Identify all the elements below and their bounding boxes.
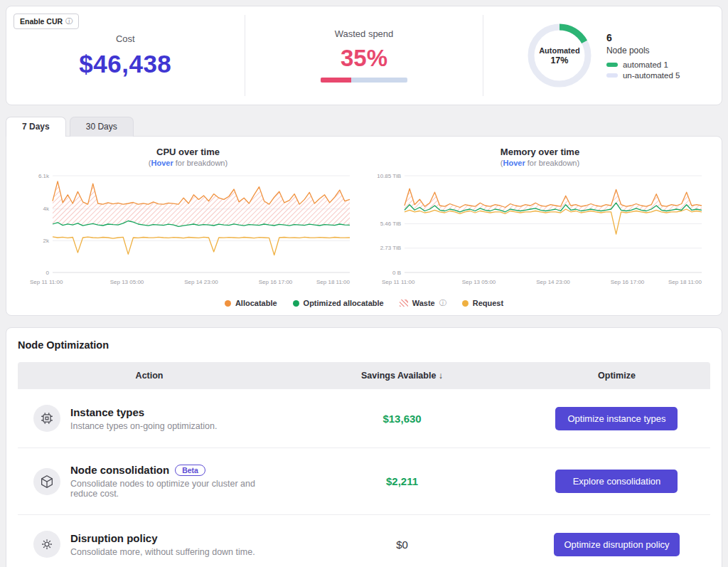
donut-percent: 17% [550, 55, 568, 65]
automation-stat: Automated 17% 6 Node pools automated 1 u… [483, 6, 722, 105]
tab-7-days[interactable]: 7 Days [6, 117, 66, 137]
waste-hatch-swatch [400, 300, 408, 307]
info-icon: ⓘ [65, 16, 73, 26]
chart-legend: Allocatable Optimized allocatable Waste … [12, 298, 716, 308]
chip-icon [33, 405, 60, 432]
svg-text:Sep 18 11:00: Sep 18 11:00 [316, 279, 350, 285]
memory-line-chart[interactable]: 10.85 TiB5.46 TiB2.73 TiB0 BSep 11 11:00… [372, 170, 709, 292]
table-row-disruption-policy: Disruption policy Consolidate more, with… [18, 515, 710, 567]
legend-request: Request [462, 299, 503, 307]
time-range-tabs: 7 Days 30 Days [6, 117, 722, 137]
row-title: Node consolidation [70, 464, 169, 476]
row-title: Disruption policy [70, 532, 158, 544]
svg-text:4k: 4k [43, 206, 49, 212]
savings-value: $2,211 [386, 475, 418, 487]
row-description: Consolidate more, without suffering down… [70, 547, 255, 557]
donut-label: Automated [539, 46, 579, 55]
charts-card: CPU over time (Hover for breakdown) 6.1k… [6, 136, 722, 316]
svg-text:Sep 11 11:00: Sep 11 11:00 [382, 279, 415, 285]
svg-text:5.46 TiB: 5.46 TiB [380, 221, 400, 227]
cost-value: $46,438 [79, 50, 171, 78]
optimize-instance-types-button[interactable]: Optimize instance types [555, 407, 678, 430]
summary-card: Enable CUR ⓘ Cost $46,438 Wasted spend 3… [6, 6, 722, 105]
svg-text:Sep 13 05:00: Sep 13 05:00 [461, 279, 496, 285]
row-title: Instance types [70, 406, 144, 418]
row-description: Instance types on-going optimization. [70, 421, 217, 431]
beta-badge: Beta [175, 465, 205, 476]
optimize-disruption-policy-button[interactable]: Optimize disruption policy [554, 533, 679, 556]
legend-item-unautomated: un-automated 5 [606, 71, 680, 80]
hover-link[interactable]: Hover [503, 159, 525, 167]
automated-swatch [606, 63, 618, 67]
node-optimization-card: Node Optimization Action Savings Availab… [6, 327, 722, 567]
enable-cur-button[interactable]: Enable CUR ⓘ [14, 14, 79, 29]
cpu-chart-subtitle: (Hover for breakdown) [149, 159, 228, 167]
node-pools-info: 6 Node pools automated 1 un-automated 5 [606, 32, 680, 80]
cube-icon [33, 468, 60, 495]
cpu-chart-title: CPU over time [156, 147, 220, 157]
optimized-allocatable-dot [293, 300, 299, 307]
node-pools-count: 6 [606, 32, 680, 43]
automation-donut-chart: Automated 17% [525, 21, 594, 90]
legend-allocatable: Allocatable [225, 299, 277, 307]
automated-label: automated 1 [623, 60, 668, 69]
svg-text:Sep 11 11:00: Sep 11 11:00 [30, 279, 63, 285]
table-header: Action Savings Available ↓ Optimize [18, 362, 710, 389]
cpu-line-chart[interactable]: 6.1k4k2k0Sep 11 11:00Sep 13 05:00Sep 14 … [20, 170, 357, 292]
cpu-chart-block: CPU over time (Hover for breakdown) 6.1k… [12, 147, 364, 292]
column-optimize: Optimize [523, 362, 710, 389]
legend-item-automated: automated 1 [606, 60, 680, 69]
node-pools-label: Node pools [606, 46, 680, 55]
info-icon[interactable]: ⓘ [439, 298, 446, 308]
tab-30-days[interactable]: 30 Days [70, 117, 134, 137]
wasted-spend-bar [321, 78, 407, 83]
svg-text:Sep 14 23:00: Sep 14 23:00 [536, 279, 570, 285]
section-title: Node Optimization [18, 339, 710, 351]
allocatable-dot [225, 300, 231, 307]
request-dot [462, 300, 469, 307]
charts-section: 7 Days 30 Days CPU over time (Hover for … [6, 117, 722, 316]
svg-text:2k: 2k [43, 238, 49, 244]
memory-chart-subtitle: (Hover for breakdown) [500, 159, 579, 167]
memory-chart-title: Memory over time [500, 147, 579, 157]
donut-center: Automated 17% [525, 21, 594, 90]
enable-cur-label: Enable CUR [20, 17, 63, 26]
svg-text:2.73 TiB: 2.73 TiB [380, 245, 400, 251]
wasted-spend-fill [321, 78, 351, 83]
column-action: Action [18, 362, 281, 389]
svg-text:0: 0 [46, 270, 49, 276]
svg-text:Sep 16 17:00: Sep 16 17:00 [258, 279, 292, 285]
cost-dashboard: Enable CUR ⓘ Cost $46,438 Wasted spend 3… [0, 0, 728, 567]
unautomated-swatch [606, 73, 618, 78]
svg-text:Sep 14 23:00: Sep 14 23:00 [184, 279, 218, 285]
legend-optimized-allocatable: Optimized allocatable [293, 299, 384, 307]
wasted-spend-label: Wasted spend [335, 28, 394, 39]
table-row-node-consolidation: Node consolidation Beta Consolidate node… [18, 448, 710, 515]
column-savings[interactable]: Savings Available ↓ [281, 362, 523, 389]
unautomated-label: un-automated 5 [623, 71, 680, 80]
wasted-spend-value: 35% [341, 45, 387, 72]
savings-value: $13,630 [382, 413, 421, 425]
wasted-spend-stat: Wasted spend 35% [245, 6, 483, 105]
svg-text:Sep 13 05:00: Sep 13 05:00 [109, 279, 144, 285]
row-description: Consolidate nodes to optimize your clust… [70, 479, 281, 499]
cost-label: Cost [116, 33, 135, 44]
svg-text:0 B: 0 B [392, 270, 400, 276]
svg-text:6.1k: 6.1k [38, 173, 49, 179]
explore-consolidation-button[interactable]: Explore consolidation [555, 470, 678, 493]
svg-text:Sep 16 17:00: Sep 16 17:00 [610, 279, 644, 285]
gear-icon [33, 531, 60, 558]
svg-text:10.85 TiB: 10.85 TiB [377, 173, 401, 179]
legend-waste: Waste ⓘ [400, 298, 446, 308]
memory-chart-block: Memory over time (Hover for breakdown) 1… [364, 147, 716, 292]
sort-descending-icon[interactable]: ↓ [439, 371, 443, 381]
svg-text:Sep 18 11:00: Sep 18 11:00 [668, 279, 702, 285]
savings-value: $0 [396, 539, 408, 551]
table-row-instance-types: Instance types Instance types on-going o… [18, 389, 710, 448]
hover-link[interactable]: Hover [151, 159, 173, 167]
